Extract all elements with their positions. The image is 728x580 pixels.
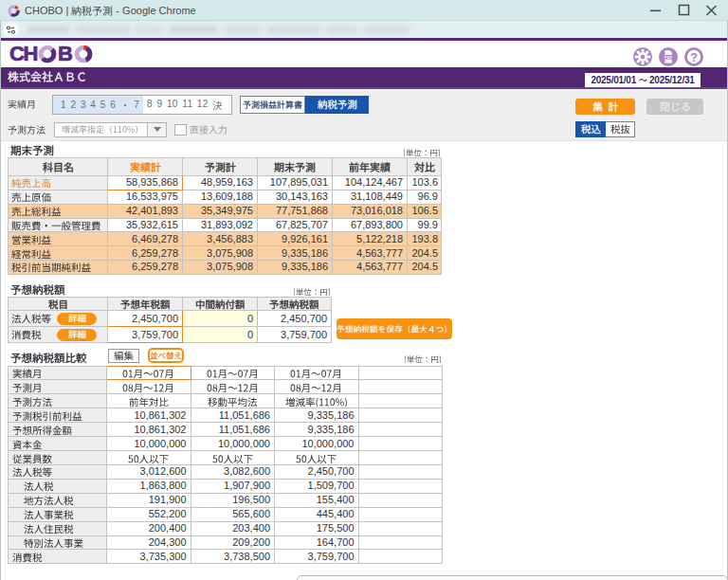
svg-text:PDF: PDF (664, 55, 672, 60)
svg-text:?: ? (690, 50, 698, 64)
